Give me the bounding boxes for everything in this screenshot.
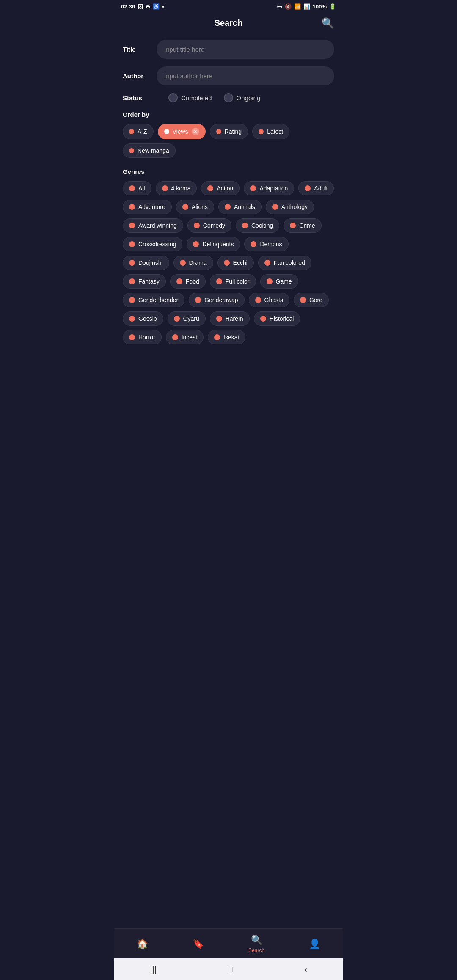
nav-profile[interactable]: 👤 — [300, 937, 329, 951]
genre-chip-adaptation[interactable]: Adaptation — [244, 181, 294, 195]
battery-icon: 🔋 — [329, 3, 336, 10]
genre-chip-isekai[interactable]: Isekai — [208, 330, 245, 344]
android-back-btn[interactable]: ‹ — [304, 964, 307, 974]
search-nav-label: Search — [248, 947, 264, 953]
genre-chip-ghosts[interactable]: Ghosts — [249, 293, 289, 307]
author-input[interactable] — [157, 66, 334, 85]
profile-icon: 👤 — [309, 939, 320, 950]
genre-label: Incest — [182, 334, 197, 341]
status-completed-option[interactable]: Completed — [168, 93, 212, 102]
status-ongoing-option[interactable]: Ongoing — [224, 93, 261, 102]
minus-icon: ⊖ — [146, 3, 150, 10]
genre-label: Ecchi — [233, 259, 248, 266]
genre-dot — [193, 241, 199, 247]
genre-chip-harem[interactable]: Harem — [210, 311, 250, 326]
home-icon: 🏠 — [137, 939, 148, 950]
genre-chip-all[interactable]: All — [123, 181, 151, 195]
wifi-icon: 📶 — [294, 3, 301, 10]
chip-latest[interactable]: Latest — [252, 124, 289, 139]
genre-label: Harem — [226, 315, 243, 322]
genre-chip-gender-bender[interactable]: Gender bender — [123, 293, 184, 307]
chip-views[interactable]: Views ✕ — [158, 124, 206, 139]
nav-search[interactable]: 🔍 Search — [240, 933, 273, 955]
genre-label: Anthology — [281, 204, 308, 210]
genre-chip-game[interactable]: Game — [260, 274, 298, 289]
status-completed-radio[interactable] — [168, 93, 178, 102]
genre-chip-aliens[interactable]: Aliens — [176, 200, 214, 214]
chip-rating[interactable]: Rating — [210, 124, 248, 139]
chip-az[interactable]: A-Z — [123, 124, 154, 139]
genre-label: Gore — [309, 297, 322, 303]
genre-dot — [129, 316, 135, 322]
android-nav-bar: ||| □ ‹ — [114, 958, 343, 980]
genre-chip-crime[interactable]: Crime — [284, 218, 321, 233]
genre-chip-incest[interactable]: Incest — [166, 330, 204, 344]
header-search-icon[interactable]: 🔍 — [322, 17, 334, 29]
genre-label: Animals — [234, 204, 255, 210]
genre-dot — [272, 204, 278, 210]
android-recent-btn[interactable]: ||| — [150, 964, 157, 974]
chip-new-manga[interactable]: New manga — [123, 143, 176, 158]
genre-label: Gyaru — [183, 315, 199, 322]
genre-dot — [242, 223, 248, 228]
genre-chip-anthology[interactable]: Anthology — [266, 200, 314, 214]
genre-label: Genderswap — [204, 297, 238, 303]
genre-chip-historical[interactable]: Historical — [254, 311, 300, 326]
genre-label: Comedy — [203, 222, 225, 229]
genre-chip-genderswap[interactable]: Genderswap — [189, 293, 244, 307]
genre-chip-gore[interactable]: Gore — [294, 293, 329, 307]
genre-dot — [305, 185, 311, 191]
chip-rating-dot — [216, 129, 221, 134]
genre-chip-crossdressing[interactable]: Crossdressing — [123, 237, 182, 251]
battery-percent: 100% — [313, 3, 327, 10]
chip-views-close[interactable]: ✕ — [192, 128, 199, 135]
genre-dot — [129, 260, 135, 266]
genre-label: 4 koma — [171, 185, 191, 192]
title-input[interactable] — [157, 40, 334, 59]
genres-label: Genres — [123, 168, 334, 175]
genre-chip-award-winning[interactable]: Award winning — [123, 218, 183, 233]
genre-dot — [267, 278, 273, 284]
genre-label: Crossdressing — [138, 241, 176, 248]
status-right: 🗝 🔇 📶 📊 100% 🔋 — [277, 3, 336, 10]
genre-chip-delinquents[interactable]: Delinquents — [187, 237, 240, 251]
accessibility-icon: ♿ — [153, 3, 160, 10]
genre-dot — [195, 297, 201, 303]
chip-views-label: Views — [173, 128, 188, 135]
genre-chip-adventure[interactable]: Adventure — [123, 200, 172, 214]
genre-dot — [250, 185, 256, 191]
genre-label: Aliens — [192, 204, 208, 210]
genre-chip-full-color[interactable]: Full color — [210, 274, 256, 289]
genre-chip-adult[interactable]: Adult — [298, 181, 334, 195]
genre-chip-ecchi[interactable]: Ecchi — [217, 256, 254, 270]
nav-home[interactable]: 🏠 — [128, 937, 157, 951]
genre-chip-action[interactable]: Action — [201, 181, 240, 195]
genre-chip-drama[interactable]: Drama — [173, 256, 213, 270]
genre-chip-horror[interactable]: Horror — [123, 330, 162, 344]
header: Search 🔍 — [114, 13, 343, 33]
genre-chip-doujinshi[interactable]: Doujinshi — [123, 256, 169, 270]
genre-chip-animals[interactable]: Animals — [218, 200, 262, 214]
chip-new-manga-label: New manga — [138, 147, 169, 154]
genre-chip-food[interactable]: Food — [170, 274, 206, 289]
genre-chip-comedy[interactable]: Comedy — [187, 218, 231, 233]
genre-chip-fan-colored[interactable]: Fan colored — [258, 256, 311, 270]
status-left: 02:36 🖼 ⊖ ♿ • — [121, 3, 164, 10]
genre-label: Cooking — [251, 222, 273, 229]
status-ongoing-radio[interactable] — [224, 93, 233, 102]
genre-label: Demons — [260, 241, 282, 248]
genre-chip-gossip[interactable]: Gossip — [123, 311, 163, 326]
bottom-nav: 🏠 🔖 🔍 Search 👤 — [114, 928, 343, 958]
genre-chip-cooking[interactable]: Cooking — [236, 218, 279, 233]
chip-az-dot — [129, 129, 134, 134]
order-by-chips-row2: New manga — [123, 143, 334, 158]
genre-chip-fantasy[interactable]: Fantasy — [123, 274, 166, 289]
genre-chip-gyaru[interactable]: Gyaru — [168, 311, 206, 326]
genre-chip-demons[interactable]: Demons — [244, 237, 288, 251]
genre-dot — [251, 241, 256, 247]
key-icon: 🗝 — [277, 3, 282, 10]
genre-chip-4-koma[interactable]: 4 koma — [156, 181, 197, 195]
signal-icon: 📊 — [303, 3, 310, 10]
android-home-btn[interactable]: □ — [228, 964, 233, 974]
nav-bookmarks[interactable]: 🔖 — [184, 937, 212, 951]
